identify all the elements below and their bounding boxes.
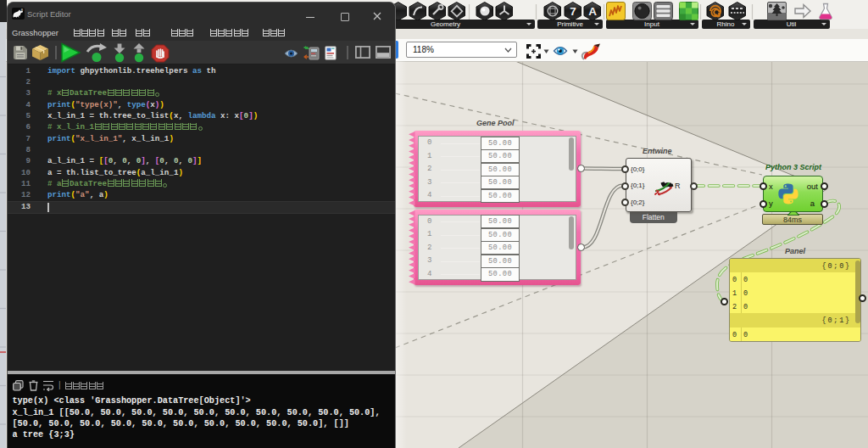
- svg-text:7: 7: [570, 5, 576, 18]
- svg-text:A: A: [588, 5, 597, 18]
